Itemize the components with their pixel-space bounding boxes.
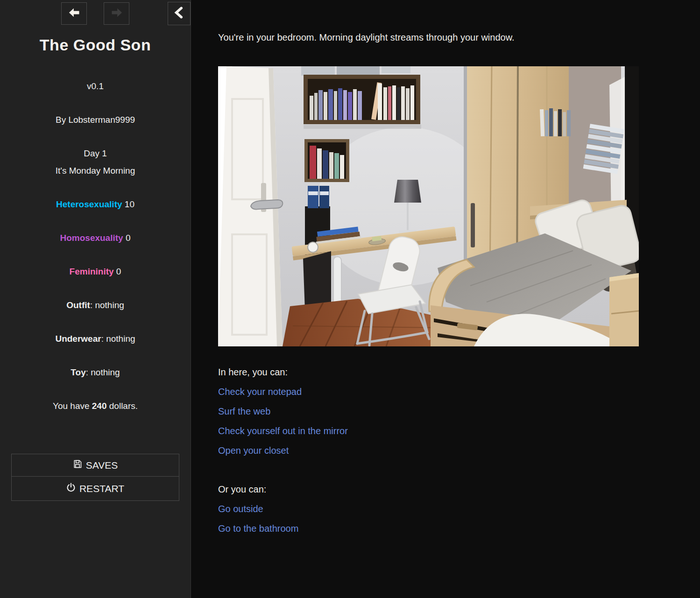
inventory-outfit-value: nothing [95,300,124,310]
or-you-can-label: Or you can: [218,479,681,499]
restart-button[interactable]: RESTART [11,476,179,501]
restart-button-label: RESTART [79,483,124,494]
author-label: By Lobsterman9999 [0,111,191,128]
inventory-toy-value: nothing [91,367,120,377]
stat-heterosexuality: Heterosexuality 10 [0,196,191,213]
saves-button[interactable]: SAVES [11,454,179,477]
money-prefix: You have [53,401,92,411]
inventory-underwear-value: nothing [106,334,135,344]
stat-femininity-label: Femininity [70,267,114,276]
in-here-label: In here, you can: [218,362,681,382]
stat-homosexuality-value: 0 [126,233,131,243]
story-caption: v0.1 By Lobsterman9999 Day 1 It's Monday… [0,77,191,415]
separator: : [86,367,91,377]
money-value: 240 [92,401,107,411]
inventory-outfit-label: Outfit [66,300,90,310]
separator: : [101,334,106,344]
version-label: v0.1 [0,77,191,95]
back-arrow-icon [67,6,81,21]
saves-button-label: SAVES [86,460,118,471]
story-title: The Good Son [0,36,191,54]
floppy-disk-icon [73,459,82,471]
history-back-button[interactable] [61,2,87,25]
day-time-block: Day 1 It's Monday Morning [0,145,191,179]
money-line: You have 240 dollars. [0,397,191,415]
stat-heterosexuality-value: 10 [125,199,134,209]
inventory-underwear-label: Underwear [55,334,101,344]
bedroom-photo [218,66,639,346]
link-check-notepad[interactable]: Check your notepad [218,387,302,397]
inventory-underwear: Underwear: nothing [0,330,191,347]
inventory-toy-label: Toy [71,367,85,377]
time-label: It's Monday Morning [56,166,135,176]
sidebar-menu: SAVES RESTART [11,454,179,501]
link-go-outside[interactable]: Go outside [218,504,263,514]
money-suffix: dollars. [107,401,138,411]
stat-heterosexuality-label: Heterosexuality [56,199,122,209]
collapse-sidebar-icon [173,6,185,21]
inventory-outfit: Outfit: nothing [0,296,191,314]
passage-text: You're in your bedroom. Morning daylight… [218,31,681,44]
link-open-closet[interactable]: Open your closet [218,445,289,456]
stat-femininity: Femininity 0 [0,263,191,280]
day-label: Day 1 [84,148,107,158]
separator: : [90,300,95,310]
spacer [218,460,681,479]
inventory-toy: Toy: nothing [0,364,191,381]
sidebar: The Good Son v0.1 By Lobsterman9999 Day … [0,0,191,598]
history-nav [0,0,191,25]
forward-arrow-icon [110,6,124,21]
stat-homosexuality-label: Homosexuality [60,233,123,243]
link-surf-web[interactable]: Surf the web [218,406,270,416]
stat-homosexuality: Homosexuality 0 [0,229,191,246]
power-icon [66,483,76,494]
stat-femininity-value: 0 [116,267,121,276]
link-check-mirror[interactable]: Check yourself out in the mirror [218,426,348,436]
history-forward-button[interactable] [104,2,129,25]
passage-area: You're in your bedroom. Morning daylight… [191,0,700,598]
action-list: In here, you can: Check your notepad Sur… [218,362,681,538]
collapse-sidebar-button[interactable] [168,2,191,25]
link-go-bathroom[interactable]: Go to the bathroom [218,523,298,534]
